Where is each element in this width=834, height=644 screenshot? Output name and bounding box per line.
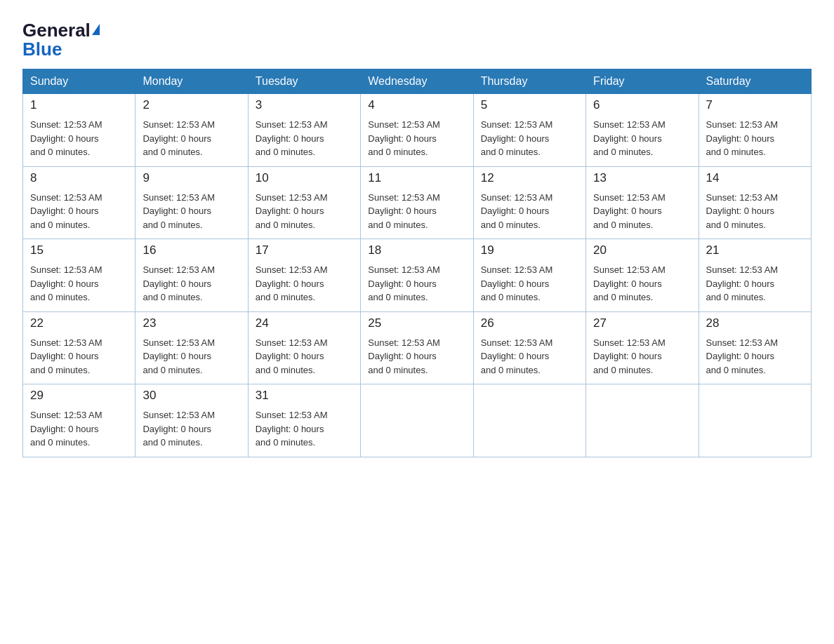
calendar-week-row: 15Sunset: 12:53 AM Daylight: 0 hours and… bbox=[23, 239, 812, 312]
day-info: Sunset: 12:53 AM Daylight: 0 hours and 0… bbox=[30, 336, 128, 377]
day-info: Sunset: 12:53 AM Daylight: 0 hours and 0… bbox=[143, 408, 240, 450]
calendar-week-row: 8Sunset: 12:53 AM Daylight: 0 hours and … bbox=[23, 166, 812, 239]
calendar-cell: 29Sunset: 12:53 AM Daylight: 0 hours and… bbox=[23, 384, 135, 457]
calendar-cell: 15Sunset: 12:53 AM Daylight: 0 hours and… bbox=[23, 239, 135, 312]
day-info: Sunset: 12:53 AM Daylight: 0 hours and 0… bbox=[481, 336, 578, 377]
day-info: Sunset: 12:53 AM Daylight: 0 hours and 0… bbox=[143, 118, 240, 159]
calendar-cell: 12Sunset: 12:53 AM Daylight: 0 hours and… bbox=[473, 166, 585, 239]
calendar-cell: 19Sunset: 12:53 AM Daylight: 0 hours and… bbox=[473, 239, 585, 312]
col-header-monday: Monday bbox=[135, 69, 248, 94]
day-info: Sunset: 12:53 AM Daylight: 0 hours and 0… bbox=[481, 118, 578, 159]
calendar-cell: 26Sunset: 12:53 AM Daylight: 0 hours and… bbox=[473, 311, 585, 384]
day-info: Sunset: 12:53 AM Daylight: 0 hours and 0… bbox=[593, 263, 691, 304]
calendar-cell: 8Sunset: 12:53 AM Daylight: 0 hours and … bbox=[23, 166, 135, 239]
calendar-cell: 20Sunset: 12:53 AM Daylight: 0 hours and… bbox=[586, 239, 699, 312]
day-number: 24 bbox=[256, 316, 353, 330]
day-number: 7 bbox=[706, 98, 804, 112]
logo-arrow-icon bbox=[92, 24, 100, 35]
calendar-cell bbox=[361, 384, 473, 457]
page-header: General Blue bbox=[22, 17, 812, 60]
day-number: 23 bbox=[143, 316, 240, 330]
day-number: 22 bbox=[30, 316, 128, 330]
day-info: Sunset: 12:53 AM Daylight: 0 hours and 0… bbox=[368, 263, 465, 304]
day-number: 26 bbox=[481, 316, 578, 330]
day-info: Sunset: 12:53 AM Daylight: 0 hours and 0… bbox=[368, 118, 465, 159]
day-info: Sunset: 12:53 AM Daylight: 0 hours and 0… bbox=[593, 336, 691, 377]
logo: General Blue bbox=[22, 20, 100, 60]
calendar-cell: 17Sunset: 12:53 AM Daylight: 0 hours and… bbox=[248, 239, 360, 312]
day-number: 10 bbox=[256, 171, 353, 185]
day-info: Sunset: 12:53 AM Daylight: 0 hours and 0… bbox=[593, 118, 691, 159]
calendar-cell: 13Sunset: 12:53 AM Daylight: 0 hours and… bbox=[586, 166, 699, 239]
col-header-tuesday: Tuesday bbox=[248, 69, 360, 94]
calendar-cell: 16Sunset: 12:53 AM Daylight: 0 hours and… bbox=[135, 239, 248, 312]
day-info: Sunset: 12:53 AM Daylight: 0 hours and 0… bbox=[256, 191, 353, 232]
day-number: 9 bbox=[143, 171, 240, 185]
day-number: 19 bbox=[481, 243, 578, 257]
col-header-wednesday: Wednesday bbox=[361, 69, 473, 94]
calendar-cell: 11Sunset: 12:53 AM Daylight: 0 hours and… bbox=[361, 166, 473, 239]
day-number: 12 bbox=[481, 171, 578, 185]
day-info: Sunset: 12:53 AM Daylight: 0 hours and 0… bbox=[30, 191, 128, 232]
day-info: Sunset: 12:53 AM Daylight: 0 hours and 0… bbox=[706, 118, 804, 159]
day-number: 30 bbox=[143, 389, 240, 403]
day-info: Sunset: 12:53 AM Daylight: 0 hours and 0… bbox=[706, 191, 804, 232]
calendar-cell: 10Sunset: 12:53 AM Daylight: 0 hours and… bbox=[248, 166, 360, 239]
day-number: 2 bbox=[143, 98, 240, 112]
calendar-cell: 2Sunset: 12:53 AM Daylight: 0 hours and … bbox=[135, 94, 248, 167]
day-number: 18 bbox=[368, 243, 465, 257]
day-info: Sunset: 12:53 AM Daylight: 0 hours and 0… bbox=[143, 336, 240, 377]
calendar-cell: 27Sunset: 12:53 AM Daylight: 0 hours and… bbox=[586, 311, 699, 384]
day-number: 29 bbox=[30, 389, 128, 403]
day-info: Sunset: 12:53 AM Daylight: 0 hours and 0… bbox=[143, 191, 240, 232]
day-number: 8 bbox=[30, 171, 128, 185]
day-info: Sunset: 12:53 AM Daylight: 0 hours and 0… bbox=[256, 263, 353, 304]
calendar-cell: 4Sunset: 12:53 AM Daylight: 0 hours and … bbox=[361, 94, 473, 167]
day-info: Sunset: 12:53 AM Daylight: 0 hours and 0… bbox=[481, 263, 578, 304]
calendar-cell: 23Sunset: 12:53 AM Daylight: 0 hours and… bbox=[135, 311, 248, 384]
day-number: 15 bbox=[30, 243, 128, 257]
day-number: 27 bbox=[593, 316, 691, 330]
calendar-cell: 14Sunset: 12:53 AM Daylight: 0 hours and… bbox=[699, 166, 811, 239]
day-info: Sunset: 12:53 AM Daylight: 0 hours and 0… bbox=[30, 118, 128, 159]
day-number: 31 bbox=[256, 389, 353, 403]
calendar-cell: 25Sunset: 12:53 AM Daylight: 0 hours and… bbox=[361, 311, 473, 384]
day-info: Sunset: 12:53 AM Daylight: 0 hours and 0… bbox=[143, 263, 240, 304]
day-number: 1 bbox=[30, 98, 128, 112]
col-header-friday: Friday bbox=[586, 69, 699, 94]
calendar-cell: 7Sunset: 12:53 AM Daylight: 0 hours and … bbox=[699, 94, 811, 167]
day-number: 11 bbox=[368, 171, 465, 185]
day-number: 21 bbox=[706, 243, 804, 257]
col-header-saturday: Saturday bbox=[699, 69, 811, 94]
day-info: Sunset: 12:53 AM Daylight: 0 hours and 0… bbox=[30, 263, 128, 304]
calendar-cell: 28Sunset: 12:53 AM Daylight: 0 hours and… bbox=[699, 311, 811, 384]
day-number: 6 bbox=[593, 98, 691, 112]
calendar-cell bbox=[586, 384, 699, 457]
day-number: 16 bbox=[143, 243, 240, 257]
day-info: Sunset: 12:53 AM Daylight: 0 hours and 0… bbox=[30, 408, 128, 450]
day-info: Sunset: 12:53 AM Daylight: 0 hours and 0… bbox=[368, 336, 465, 377]
calendar-cell: 9Sunset: 12:53 AM Daylight: 0 hours and … bbox=[135, 166, 248, 239]
day-number: 5 bbox=[481, 98, 578, 112]
day-info: Sunset: 12:53 AM Daylight: 0 hours and 0… bbox=[256, 408, 353, 450]
calendar-cell: 24Sunset: 12:53 AM Daylight: 0 hours and… bbox=[248, 311, 360, 384]
col-header-sunday: Sunday bbox=[23, 69, 135, 94]
day-info: Sunset: 12:53 AM Daylight: 0 hours and 0… bbox=[481, 191, 578, 232]
calendar-cell: 21Sunset: 12:53 AM Daylight: 0 hours and… bbox=[699, 239, 811, 312]
calendar-header-row: SundayMondayTuesdayWednesdayThursdayFrid… bbox=[23, 69, 812, 94]
day-number: 28 bbox=[706, 316, 804, 330]
day-number: 3 bbox=[256, 98, 353, 112]
day-info: Sunset: 12:53 AM Daylight: 0 hours and 0… bbox=[593, 191, 691, 232]
col-header-thursday: Thursday bbox=[473, 69, 585, 94]
calendar-cell: 6Sunset: 12:53 AM Daylight: 0 hours and … bbox=[586, 94, 699, 167]
calendar-cell: 18Sunset: 12:53 AM Daylight: 0 hours and… bbox=[361, 239, 473, 312]
day-number: 14 bbox=[706, 171, 804, 185]
day-info: Sunset: 12:53 AM Daylight: 0 hours and 0… bbox=[368, 191, 465, 232]
day-number: 4 bbox=[368, 98, 465, 112]
calendar-cell: 31Sunset: 12:53 AM Daylight: 0 hours and… bbox=[248, 384, 360, 457]
day-info: Sunset: 12:53 AM Daylight: 0 hours and 0… bbox=[706, 263, 804, 304]
calendar-table: SundayMondayTuesdayWednesdayThursdayFrid… bbox=[22, 69, 812, 457]
calendar-cell: 3Sunset: 12:53 AM Daylight: 0 hours and … bbox=[248, 94, 360, 167]
calendar-cell bbox=[473, 384, 585, 457]
day-info: Sunset: 12:53 AM Daylight: 0 hours and 0… bbox=[256, 118, 353, 159]
